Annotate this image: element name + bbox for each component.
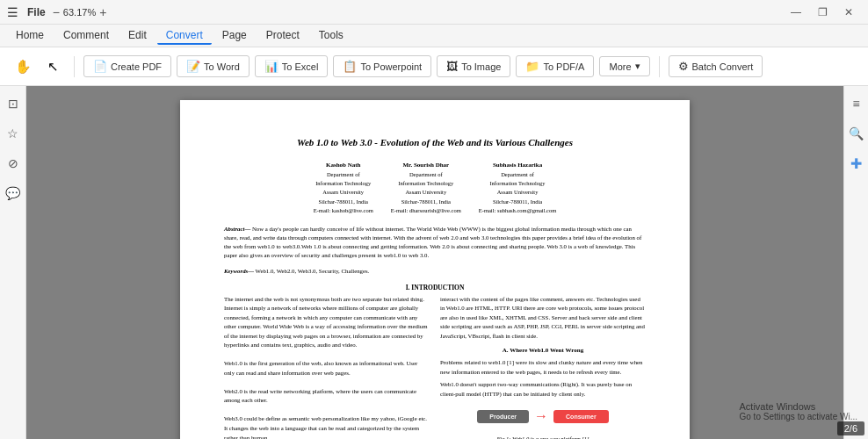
to-word-button[interactable]: 📝 To Word	[177, 55, 250, 77]
activate-line2: Go to Settings to activate Wi...	[739, 412, 857, 421]
main-area: ⊡ ☆ ⊘ 💬 Web 1.0 to Web 3.0 - Evolution o…	[0, 86, 868, 439]
close-button[interactable]: ✕	[836, 4, 861, 21]
minimize-button[interactable]: —	[784, 4, 808, 21]
intro-p2: Web1.0 is the first generation of the we…	[224, 359, 430, 378]
intro-col-left: The internet and the web is not synonymo…	[224, 295, 430, 439]
right-search-icon[interactable]: 🔍	[846, 123, 867, 144]
pdf-content-area[interactable]: Web 1.0 to Web 3.0 - Evolution of the We…	[26, 86, 843, 439]
abstract-section: Abstract— Now a day's people can hardly …	[224, 225, 646, 261]
abstract-label: Abstract—	[224, 226, 250, 232]
keywords-text: Web1.0, Web2.0, Web3.0, Security, Challe…	[256, 268, 370, 274]
activate-line1: Activate Windows	[739, 401, 857, 412]
intro-columns: The internet and the web is not synonymo…	[224, 295, 646, 439]
left-sidebar: ⊡ ☆ ⊘ 💬	[0, 86, 26, 439]
activate-windows-notice[interactable]: Activate Windows Go to Settings to activ…	[739, 401, 857, 421]
to-pdfa-icon: 📁	[525, 60, 539, 73]
consumer-button[interactable]: Consumer	[553, 410, 609, 423]
hamburger-icon[interactable]: ☰	[7, 5, 18, 19]
intro-p4: Web3.0 could be define as semantic web p…	[224, 414, 430, 439]
menu-home[interactable]: Home	[7, 27, 53, 45]
create-pdf-button[interactable]: 📄 Create PDF	[83, 55, 171, 77]
menu-edit[interactable]: Edit	[119, 27, 156, 45]
keywords-line: Keywords— Web1.0, Web2.0, Web3.0, Securi…	[224, 267, 646, 276]
keywords-label: Keywords—	[224, 268, 254, 274]
intro-col-right: interact with the content of the pages l…	[440, 295, 646, 439]
hand-tool-button[interactable]: ✋	[11, 54, 35, 79]
abstract-text: Now a day's people can hardly conceive o…	[224, 226, 641, 259]
more-button[interactable]: More ▾	[599, 56, 649, 76]
authors-row: Kashob Nath Department of Information Te…	[224, 161, 646, 216]
sidebar-bookmark-icon[interactable]: ☆	[3, 123, 24, 144]
to-image-button[interactable]: 🖼 To Image	[437, 55, 510, 77]
toolbar: ✋ ↖ 📄 Create PDF 📝 To Word 📊 To Excel 📋 …	[0, 47, 868, 86]
menu-convert[interactable]: Convert	[157, 27, 212, 45]
title-bar: ☰ File − 63.17% + — ❐ ✕	[0, 0, 868, 25]
intro-p1: The internet and the web is not synonymo…	[224, 295, 430, 350]
figure-arrow: →	[534, 406, 548, 428]
zoom-value: 63.17%	[63, 7, 96, 18]
pdf-page: Web 1.0 to Web 3.0 - Evolution of the We…	[180, 100, 690, 439]
author-3: Subhasis Hazarika Department of Informat…	[479, 161, 556, 216]
producer-button[interactable]: Producer	[477, 410, 529, 423]
intro-p3: Web2.0 is the read write networking plat…	[224, 387, 430, 406]
menu-tools[interactable]: Tools	[310, 27, 352, 45]
right-panel-icon[interactable]: ≡	[846, 93, 867, 114]
to-image-icon: 🖼	[446, 60, 458, 73]
subsec1-heading: A. Where Web1.0 Went Wrong	[440, 346, 646, 356]
author-2: Mr. Sourish Dhar Department of Informati…	[391, 161, 461, 216]
fig-caption: Fig 1: Web1.0 is a one-way platform [1]	[440, 435, 646, 439]
zoom-out-button[interactable]: −	[53, 6, 60, 18]
maximize-button[interactable]: ❐	[810, 4, 835, 21]
section1-heading: I. INTRODUCTION	[224, 284, 646, 291]
sidebar-comment-icon[interactable]: 💬	[3, 183, 24, 204]
more-chevron-icon: ▾	[635, 61, 640, 72]
zoom-in-button[interactable]: +	[99, 6, 106, 18]
right-add-icon[interactable]: ✚	[846, 153, 867, 174]
to-powerpoint-icon: 📋	[343, 60, 357, 73]
batch-convert-button[interactable]: ⚙ Batch Convert	[669, 55, 763, 77]
menu-comment[interactable]: Comment	[54, 27, 118, 45]
sidebar-attachment-icon[interactable]: ⊘	[3, 153, 24, 174]
toolbar-separator-1	[74, 56, 75, 77]
to-pdfa-button[interactable]: 📁 To PDF/A	[516, 55, 594, 77]
menu-protect[interactable]: Protect	[257, 27, 308, 45]
create-pdf-icon: 📄	[93, 60, 107, 73]
menu-page[interactable]: Page	[213, 27, 256, 45]
to-word-icon: 📝	[186, 60, 200, 73]
page-number-badge: 2/6	[837, 421, 864, 435]
menu-bar: Home Comment Edit Convert Page Protect T…	[0, 25, 868, 47]
toolbar-separator-2	[659, 56, 660, 77]
batch-convert-icon: ⚙	[678, 60, 689, 73]
to-excel-button[interactable]: 📊 To Excel	[255, 55, 329, 77]
file-menu[interactable]: File	[27, 6, 46, 18]
to-excel-icon: 📊	[264, 60, 278, 73]
author-1: Kashob Nath Department of Information Te…	[314, 161, 373, 216]
sidebar-pages-icon[interactable]: ⊡	[3, 93, 24, 114]
right-sidebar: ≡ 🔍 ✚	[843, 86, 868, 439]
pdf-title: Web 1.0 to Web 3.0 - Evolution of the We…	[224, 135, 646, 150]
to-powerpoint-button[interactable]: 📋 To Powerpoint	[333, 55, 431, 77]
figure-area: Producer → Consumer	[440, 406, 646, 428]
cursor-tool-button[interactable]: ↖	[40, 54, 65, 79]
